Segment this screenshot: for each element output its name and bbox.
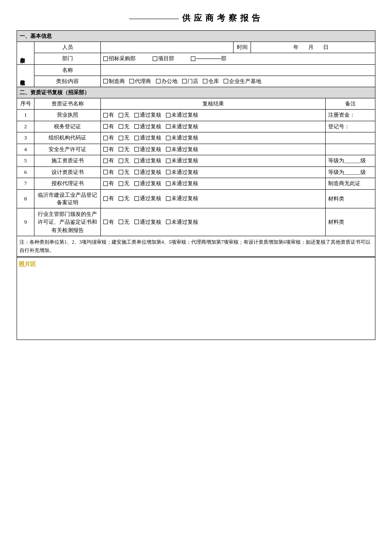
cb-r4-2[interactable] (134, 147, 139, 152)
cb-r5-0[interactable] (103, 159, 108, 163)
type-option-1: 代理商 (129, 78, 151, 85)
row-name-4: 安全生产许可证 (34, 144, 101, 155)
row-name-8: 临沂市建设工业产品登记备案证明 (34, 189, 101, 208)
cb-r6-2[interactable] (134, 170, 139, 174)
cb-r3-1[interactable] (119, 136, 123, 140)
inspected-unit-type-row: 类别/内容 制造商 代理商 办公地 门店 仓库 (17, 76, 375, 87)
table-row: 6 设计资质证书 有 无 通过复核 未通过复核 等级为______级 (17, 166, 375, 178)
cb-r7-0[interactable] (103, 181, 108, 186)
personnel-label: 人员 (34, 42, 101, 53)
cb-r3-3[interactable] (166, 136, 170, 140)
cb-r1-1[interactable] (119, 113, 123, 117)
checkbox-type-1[interactable] (129, 79, 134, 83)
row-note-9: 材料类 (326, 208, 375, 236)
row-no-6: 6 (17, 166, 34, 178)
row-note-3 (326, 132, 375, 144)
row-name-2: 税务登记证 (34, 121, 101, 132)
row-result-4: 有 无 通过复核 未通过复核 (101, 144, 326, 155)
cb-r8-1[interactable] (119, 196, 123, 201)
type-option-5: 企业生产基地 (224, 78, 261, 85)
cb-r1-2[interactable] (134, 113, 139, 117)
row-note-2: 登记号： (326, 121, 375, 132)
checkbox-type-3[interactable] (182, 79, 187, 83)
col-header-note: 备注 (326, 98, 375, 110)
row-note-6: 等级为______级 (326, 166, 375, 178)
row-no-8: 8 (17, 189, 34, 208)
cb-r5-2[interactable] (134, 159, 139, 163)
table-row: 5 施工资质证书 有 无 通过复核 未通过复核 等级为______级 (17, 155, 375, 167)
row-no-4: 4 (17, 144, 34, 155)
cb-r8-2[interactable] (134, 196, 139, 201)
cb-r8-0[interactable] (103, 196, 108, 201)
type-option-3: 门店 (182, 78, 198, 85)
cb-r2-3[interactable] (166, 124, 170, 129)
cb-r9-3[interactable] (166, 220, 170, 224)
cb-r3-2[interactable] (134, 136, 139, 140)
checkbox-dept-1[interactable] (153, 56, 157, 61)
col-header-name: 资质证书名称 (34, 98, 101, 110)
cb-r4-3[interactable] (166, 147, 170, 152)
row-note-4 (326, 144, 375, 155)
row-name-6: 设计资质证书 (34, 166, 101, 178)
section2-col-headers: 序号 资质证书名称 复核结果 备注 (17, 98, 375, 110)
table-row: 8 临沂市建设工业产品登记备案证明 有 无 通过复核 未通过复核 材料类 (17, 189, 375, 208)
row-result-5: 有 无 通过复核 未通过复核 (101, 155, 326, 167)
checkbox-dept-2[interactable] (191, 56, 195, 61)
join-inspection-label: 参加考察 (17, 42, 34, 65)
cb-r6-3[interactable] (166, 170, 170, 174)
photo-area: 照片区 (17, 257, 375, 340)
section2-header-row: 二、资质证书复核（招采部） (17, 87, 375, 98)
inspected-label: 被考察单位 (17, 64, 34, 87)
dept-label: 部门 (34, 53, 101, 65)
cb-r2-0[interactable] (103, 124, 108, 129)
cb-r3-0[interactable] (103, 136, 108, 140)
cb-r7-3[interactable] (166, 181, 170, 186)
cb-r6-1[interactable] (119, 170, 123, 174)
personnel-value (101, 42, 234, 53)
photo-label: 照片区 (17, 257, 375, 271)
cb-r9-2[interactable] (134, 220, 139, 224)
inspected-unit-name-row: 被考察单位 名称 (17, 64, 375, 76)
cb-r1-0[interactable] (103, 113, 108, 117)
cb-r1-3[interactable] (166, 113, 170, 117)
name-label: 名称 (34, 64, 101, 76)
checkbox-type-0[interactable] (103, 79, 108, 83)
row-result-2: 有 无 通过复核 未通过复核 (101, 121, 326, 132)
row-no-9: 9 (17, 208, 34, 236)
row-name-9: 行业主管部门颁发的生产许可证、产品鉴定证书和有关检测报告 (34, 208, 101, 236)
checkbox-type-4[interactable] (203, 79, 207, 83)
cb-r2-1[interactable] (119, 124, 123, 129)
cb-r5-1[interactable] (119, 159, 123, 163)
cb-r9-0[interactable] (103, 220, 108, 224)
col-header-result: 复核结果 (101, 98, 326, 110)
row-no-1: 1 (17, 110, 34, 121)
section1-header: 一、基本信息 (17, 31, 375, 42)
page-title: 供应商考察报告 (17, 12, 375, 24)
cb-r8-3[interactable] (166, 196, 170, 201)
row-note-5: 等级为______级 (326, 155, 375, 167)
cb-r4-1[interactable] (119, 147, 123, 152)
cb-r2-2[interactable] (134, 124, 139, 129)
row-no-5: 5 (17, 155, 34, 167)
note-row: 注：各种类别单位第1、2、3项均须审核；建安施工类单位增加第4、5项审核；代理商… (17, 236, 375, 257)
row-result-9: 有 无 通过复核 未通过复核 (101, 208, 326, 236)
table-row: 2 税务登记证 有 无 通过复核 未通过复核 登记号： (17, 121, 375, 132)
main-table: 一、基本信息 参加考察 人员 时间 年 月 日 部门 招标采购部 项目部 (17, 30, 375, 257)
cb-r6-0[interactable] (103, 170, 108, 174)
row-no-7: 7 (17, 178, 34, 190)
cb-r7-2[interactable] (134, 181, 139, 186)
dept-blank (196, 59, 221, 59)
checkbox-type-2[interactable] (156, 79, 161, 83)
row-note-1: 注册资金： (326, 110, 375, 121)
col-header-no: 序号 (17, 98, 34, 110)
name-value (101, 64, 375, 76)
cb-r5-3[interactable] (166, 159, 170, 163)
cb-r9-1[interactable] (119, 220, 123, 224)
checkbox-dept-0[interactable] (103, 56, 108, 61)
section2-header: 二、资质证书复核（招采部） (17, 87, 375, 98)
checkbox-type-5[interactable] (224, 79, 228, 83)
row-result-7: 有 无 通过复核 未通过复核 (101, 178, 326, 190)
cb-r4-0[interactable] (103, 147, 108, 152)
row-no-3: 3 (17, 132, 34, 144)
cb-r7-1[interactable] (119, 181, 123, 186)
